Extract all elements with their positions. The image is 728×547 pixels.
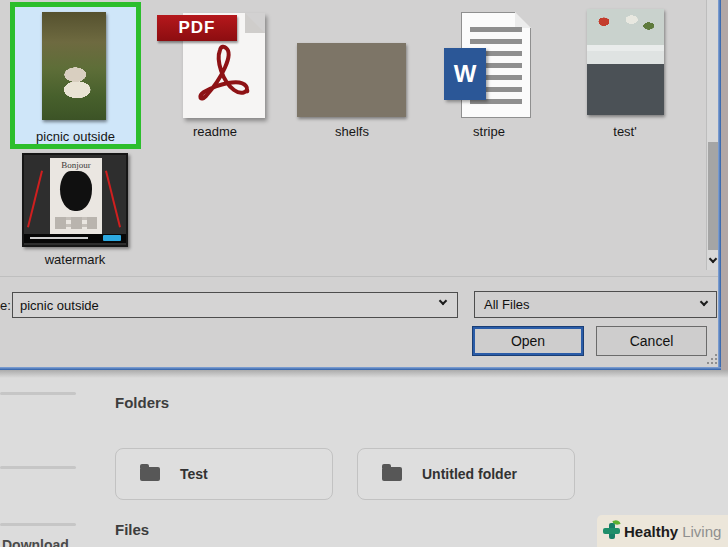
cancel-button[interactable]: Cancel	[596, 326, 707, 356]
page-fold-corner	[245, 13, 265, 33]
open-button-label: Open	[511, 333, 545, 349]
file-item-watermark[interactable]: Bonjour watermark	[20, 153, 130, 271]
sidebar-divider	[0, 523, 76, 526]
vertical-scrollbar[interactable]	[706, 0, 718, 270]
chevron-down-icon	[709, 254, 717, 262]
folder-icon	[382, 467, 402, 481]
sidebar-divider	[0, 392, 76, 395]
folder-card-label: Test	[180, 466, 208, 482]
dialog-drop-shadow	[0, 370, 728, 378]
cookie-banner-bar	[24, 234, 126, 243]
banner-text-line	[30, 237, 88, 239]
files-section-heading: Files	[115, 521, 149, 538]
magazine-cover: Bonjour	[50, 158, 102, 234]
dialog-window-border	[718, 0, 721, 370]
file-item-label: test'	[570, 124, 680, 139]
folder-card-test[interactable]: Test	[115, 448, 333, 500]
folders-section-heading: Folders	[115, 394, 169, 411]
acrobat-ribbon-icon	[196, 44, 252, 110]
file-name-input[interactable]	[12, 292, 458, 318]
word-logo: W	[444, 48, 486, 100]
red-diagonal-line	[27, 171, 43, 228]
watermark-thumbnail-image: Bonjour	[22, 153, 128, 247]
file-item-label: picnic outside	[15, 129, 136, 144]
file-type-select[interactable]: All Files	[474, 291, 717, 318]
file-item-label: shelfs	[295, 124, 409, 139]
cancel-button-label: Cancel	[630, 333, 674, 349]
magazine-title: Bonjour	[50, 160, 102, 170]
model-hair-shape	[60, 171, 92, 211]
red-diagonal-line	[105, 171, 121, 228]
file-list-area: picnic outside PDF readme shelfs	[0, 0, 721, 277]
open-button[interactable]: Open	[472, 326, 584, 356]
badge-text-bold: Healthy	[624, 523, 678, 540]
banner-blue-button	[103, 235, 121, 241]
file-name-label-partial: e:	[0, 298, 11, 313]
folder-card-label: Untitled folder	[422, 466, 517, 482]
sidebar-divider	[0, 466, 76, 469]
file-open-dialog: picnic outside PDF readme shelfs	[0, 0, 721, 370]
test-thumbnail-image	[587, 9, 664, 115]
healthy-living-badge: Healthy Living	[597, 515, 728, 547]
healthy-living-cross-icon	[603, 522, 621, 540]
annotation-highlight-box: picnic outside	[10, 2, 141, 149]
chevron-down-icon	[700, 298, 708, 306]
drive-page: Download Folders Test Untitled folder Fi…	[0, 370, 728, 547]
cover-text-rows	[55, 217, 97, 229]
file-item-readme[interactable]: PDF readme	[155, 0, 275, 150]
screenshot-root: picnic outside PDF readme shelfs	[0, 0, 728, 547]
list-divider	[0, 276, 721, 277]
file-item-label: watermark	[20, 252, 130, 267]
file-item-test[interactable]: test'	[570, 0, 680, 150]
file-item-shelfs[interactable]: shelfs	[295, 0, 409, 150]
shelfs-thumbnail-image	[297, 43, 406, 117]
file-item-label: stripe	[434, 124, 544, 139]
file-type-value: All Files	[475, 297, 530, 312]
sidebar-item-partial[interactable]: Download	[2, 537, 92, 547]
folder-icon	[140, 467, 160, 481]
file-item-picnic-outside[interactable]: picnic outside	[15, 7, 136, 144]
page-fold-corner	[515, 12, 531, 28]
pdf-badge: PDF	[157, 15, 237, 41]
file-item-stripe[interactable]: W stripe	[434, 0, 544, 150]
badge-text-light: Living	[682, 523, 721, 540]
picnic-outside-thumbnail-image	[42, 12, 106, 120]
folder-card-untitled[interactable]: Untitled folder	[357, 448, 575, 500]
file-item-label: readme	[155, 124, 275, 139]
